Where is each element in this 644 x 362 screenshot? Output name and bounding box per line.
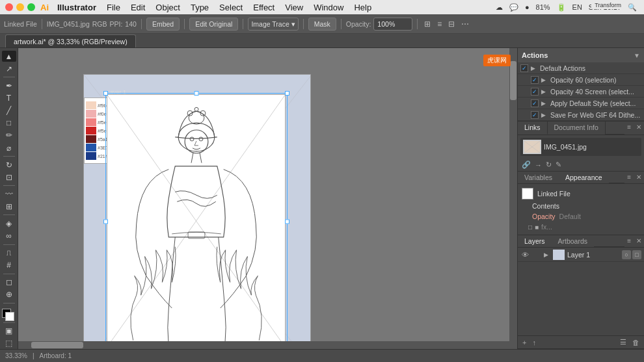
mesh-tool-button[interactable]: # (2, 259, 16, 270)
links-panel-close-icon[interactable]: ✕ (634, 122, 644, 135)
layers-tab[interactable]: Layers (518, 235, 552, 247)
layers-panel: Layers Artboards ≡ ✕ 👁 ▶ Layer 1 ○ □ (518, 235, 644, 349)
scale-tool-button[interactable]: ⊡ (2, 172, 16, 183)
menu-help[interactable]: Help (349, 1, 376, 14)
svg-line-12 (191, 153, 193, 163)
horizontal-scrollbar[interactable] (18, 341, 509, 349)
handle-mr[interactable] (285, 219, 289, 224)
menu-view[interactable]: View (280, 1, 308, 14)
warp-tool-button[interactable]: 〰 (2, 188, 16, 200)
zoom-tool-button[interactable]: ⊕ (2, 289, 16, 300)
appearance-tab[interactable]: Appearance (559, 172, 609, 183)
line-tool-button[interactable]: ╱ (2, 105, 16, 116)
image-trace-dropdown[interactable]: Image Trace ▾ (248, 18, 298, 31)
embed-button[interactable]: Embed (146, 18, 180, 31)
layers-move-icon[interactable]: ↑ (530, 338, 538, 347)
stroke-color-box[interactable] (5, 312, 14, 321)
more-options-icon[interactable]: ⋯ (459, 19, 471, 29)
drawing-mode-button[interactable]: ▣ (2, 326, 16, 337)
pen-tool-button[interactable]: ✒ (2, 80, 16, 91)
appearance-contents-row: Contents (522, 202, 640, 210)
layers-close-icon[interactable]: ✕ (634, 235, 644, 247)
action-check-default[interactable] (520, 64, 528, 72)
update-link-icon[interactable]: ↻ (546, 161, 552, 169)
action-check-4[interactable] (531, 111, 539, 119)
make-sublayer-icon[interactable]: + (520, 338, 528, 347)
action-check-3[interactable] (531, 99, 539, 107)
action-item-save-web[interactable]: ▶ Save For Web GIF 64 Dithe... (518, 109, 644, 121)
vertical-scrollbar-thumb[interactable] (510, 61, 517, 100)
menu-illustrator[interactable]: Illustrator (53, 1, 101, 14)
type-tool-button[interactable]: T (2, 92, 16, 103)
menu-select[interactable]: Select (215, 1, 247, 14)
direct-selection-button[interactable]: ↗ (2, 63, 16, 74)
menu-type[interactable]: Type (186, 1, 213, 14)
action-item-default[interactable]: ▶ Default Actions (518, 62, 644, 74)
doc-info-tab[interactable]: Document Info (548, 122, 606, 135)
edit-original-icon[interactable]: ✎ (556, 161, 561, 169)
eyedropper-tool-button[interactable]: ◈ (2, 218, 16, 229)
layer-select-icon[interactable]: □ (632, 250, 641, 259)
action-item-apply-default[interactable]: ▶ Apply Default Style (select... (518, 97, 644, 109)
menu-edit[interactable]: Edit (126, 1, 150, 14)
relink-icon[interactable]: 🔗 (522, 161, 531, 169)
layer-action-buttons: ○ □ (622, 250, 641, 259)
blob-brush-button[interactable]: ⌀ (2, 142, 16, 153)
mask-button[interactable]: Mask (308, 18, 336, 31)
actions-collapse-icon[interactable]: ▼ (634, 52, 640, 59)
artboards-tab[interactable]: Artboards (552, 235, 595, 247)
horizontal-scrollbar-thumb[interactable] (31, 342, 83, 348)
opacity-link[interactable]: Opacity (532, 213, 556, 220)
vertical-scrollbar[interactable] (509, 48, 517, 349)
action-item-opacity60[interactable]: ▶ Opacity 60 (selection) (518, 74, 644, 86)
action-check-1[interactable] (531, 76, 539, 84)
opacity-input[interactable] (373, 18, 412, 31)
layer-row-1[interactable]: 👁 ▶ Layer 1 ○ □ (518, 248, 644, 262)
opacity-default-value: Default (559, 213, 581, 220)
blend-tool-button[interactable]: ∞ (2, 230, 16, 241)
spotlight-icon[interactable]: 🔍 (626, 3, 639, 12)
links-tab[interactable]: Links (518, 122, 548, 135)
links-panel-menu-icon[interactable]: ≡ (624, 122, 634, 135)
close-button[interactable] (5, 3, 13, 11)
shape-tool-button[interactable]: □ (2, 118, 16, 129)
go-to-link-icon[interactable]: → (535, 161, 542, 169)
minimize-button[interactable] (16, 3, 24, 11)
menu-object[interactable]: Object (151, 1, 185, 14)
selection-tool-button[interactable]: ▲ (2, 51, 16, 62)
action-item-opacity40[interactable]: ▶ Opacity 40 Screen (select... (518, 86, 644, 97)
action-check-2[interactable] (531, 88, 539, 96)
gradient-tool-button[interactable]: ◻ (2, 276, 16, 287)
layer-lock-icon[interactable] (532, 250, 541, 259)
canvas-area[interactable]: Layer 1 #f9b... #f0e... #f5e... #f5e... … (18, 48, 517, 349)
menu-file[interactable]: File (102, 1, 125, 14)
variables-tab[interactable]: Variables (518, 172, 559, 183)
fullscreen-button[interactable] (27, 3, 35, 11)
fx-label[interactable]: fx... (541, 223, 552, 231)
delete-layer-icon[interactable]: 🗑 (630, 338, 641, 347)
links-item[interactable]: IMG_0451.jpg (520, 138, 641, 156)
tool-sep3 (3, 185, 15, 186)
appearance-menu-icon[interactable]: ≡ (624, 172, 634, 183)
align-icon[interactable]: ≡ (435, 19, 444, 29)
appearance-close-icon[interactable]: ✕ (634, 172, 644, 183)
paintbrush-tool-button[interactable]: ✏ (2, 130, 16, 141)
graph-tool-button[interactable]: ⎍ (2, 247, 16, 258)
screen-mode-button[interactable]: ⬚ (2, 338, 16, 349)
edit-original-button[interactable]: Edit Original (189, 18, 238, 31)
handle-tr[interactable] (285, 91, 289, 96)
layers-menu-icon[interactable]: ≡ (624, 235, 634, 247)
layer-target-icon[interactable]: ○ (622, 250, 631, 259)
appearance-color-swatch[interactable] (522, 188, 533, 200)
layer-expand-icon[interactable]: ▶ (544, 252, 550, 258)
actions-panel-header[interactable]: Actions ▼ (518, 48, 644, 62)
transform-icon[interactable]: ⊞ (422, 19, 433, 29)
create-layer-icon[interactable]: ☰ (618, 337, 628, 347)
distribute-icon[interactable]: ⊟ (446, 19, 457, 29)
doc-tab-artwork[interactable]: artwork.ai* @ 33,33% (RGB/Preview) (5, 34, 136, 47)
free-transform-button[interactable]: ⊞ (2, 201, 16, 212)
layer-visibility-icon[interactable]: 👁 (520, 250, 530, 259)
menu-effect[interactable]: Effect (248, 1, 279, 14)
menu-window[interactable]: Window (309, 1, 348, 14)
rotate-tool-button[interactable]: ↻ (2, 159, 16, 170)
